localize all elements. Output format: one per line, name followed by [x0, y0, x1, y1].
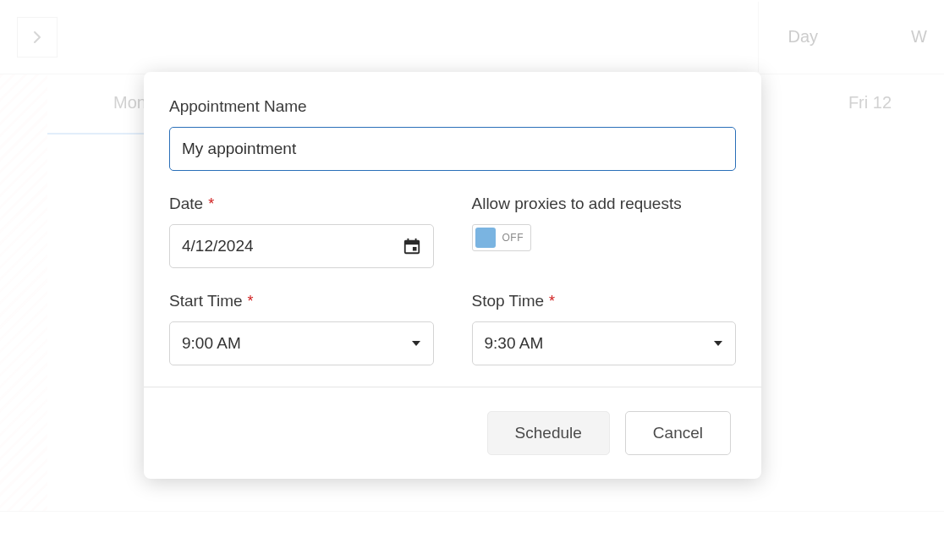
- svg-rect-3: [407, 239, 409, 243]
- chevron-down-icon: [713, 338, 723, 349]
- svg-rect-2: [412, 247, 416, 251]
- calendar-row-divider: [0, 511, 944, 512]
- view-week-tab[interactable]: W: [881, 2, 927, 72]
- svg-rect-4: [414, 239, 416, 243]
- schedule-button[interactable]: Schedule: [487, 411, 610, 455]
- stop-time-value: 9:30 AM: [485, 334, 544, 353]
- dialog-footer: Schedule Cancel: [144, 387, 761, 479]
- start-time-select[interactable]: 9:00 AM: [169, 321, 434, 365]
- view-day-tab[interactable]: Day: [758, 2, 848, 72]
- date-value: 4/12/2024: [182, 237, 254, 255]
- day-header-fri: Fri 12: [848, 93, 892, 113]
- cancel-button[interactable]: Cancel: [625, 411, 731, 455]
- view-switcher: Day W: [758, 2, 944, 72]
- allow-proxies-toggle[interactable]: OFF: [472, 224, 532, 251]
- time-gutter: [0, 74, 47, 511]
- appointment-name-label: Appointment Name: [169, 97, 736, 116]
- start-time-value: 9:00 AM: [182, 334, 241, 353]
- chevron-right-icon: [30, 30, 44, 44]
- svg-rect-1: [404, 241, 419, 245]
- allow-proxies-label: Allow proxies to add requests: [472, 195, 737, 213]
- chevron-down-icon: [411, 338, 421, 349]
- required-star-icon: *: [208, 195, 214, 213]
- date-input[interactable]: 4/12/2024: [169, 224, 434, 268]
- required-star-icon: *: [248, 293, 254, 310]
- calendar-icon: [403, 237, 421, 255]
- calendar-toolbar: Day W: [0, 0, 944, 74]
- appointment-name-input[interactable]: [169, 127, 736, 171]
- start-time-label: Start Time*: [169, 292, 434, 310]
- date-label: Date*: [169, 195, 434, 213]
- next-button[interactable]: [17, 17, 58, 58]
- appointment-dialog: Appointment Name Date* 4/12/2024: [144, 72, 761, 479]
- day-header-mon: Mon: [113, 93, 146, 113]
- toggle-state-label: OFF: [502, 232, 524, 244]
- dialog-body: Appointment Name Date* 4/12/2024: [144, 72, 761, 387]
- stop-time-label: Stop Time*: [472, 292, 737, 310]
- toggle-knob: [475, 228, 496, 248]
- stop-time-select[interactable]: 9:30 AM: [472, 321, 737, 365]
- required-star-icon: *: [549, 293, 555, 310]
